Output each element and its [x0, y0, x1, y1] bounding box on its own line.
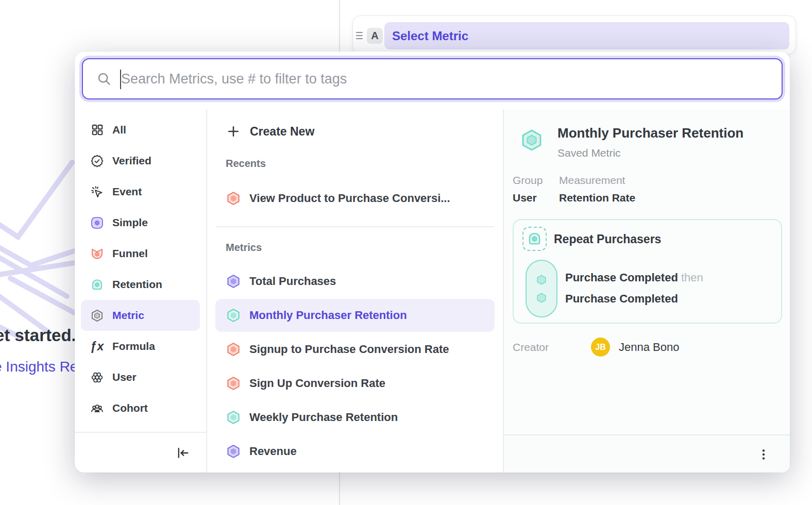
metric-item-weekly-purchase-retention[interactable]: Weekly Purchase Retention — [215, 401, 495, 434]
cursor-click-icon — [90, 185, 104, 199]
sidebar-item-user[interactable]: User — [81, 362, 200, 393]
search-icon — [96, 71, 112, 87]
step-connector: then — [681, 271, 703, 284]
metric-definition-card: Repeat Purchasers Purchase Completed the… — [513, 219, 782, 324]
metric-item-total-purchases[interactable]: Total Purchases — [215, 265, 495, 298]
cohort-icon — [90, 401, 104, 415]
metric-item-monthly-purchaser-retention[interactable]: Monthly Purchaser Retention — [215, 299, 495, 332]
metrics-section-label: Metrics — [226, 242, 495, 254]
create-new-button[interactable]: Create New — [215, 120, 495, 143]
recent-metric-item[interactable]: View Product to Purchase Conversi... — [215, 182, 495, 215]
creator-label: Creator — [513, 341, 591, 354]
more-options-button[interactable] — [754, 445, 773, 464]
search-bar — [82, 58, 783, 99]
type-filter-sidebar: All Verified — [75, 109, 206, 473]
sidebar-item-all[interactable]: All — [81, 114, 200, 145]
metric-item-label: Monthly Purchaser Retention — [249, 309, 407, 322]
behavior-name: Repeat Purchasers — [554, 232, 661, 246]
retention-behavior-icon — [527, 231, 543, 247]
measurement-label: Measurement — [559, 174, 635, 187]
simple-metric-icon — [90, 216, 104, 230]
metric-query-row: A Select Metric — [352, 15, 796, 55]
sidebar-item-retention[interactable]: Retention — [81, 269, 200, 300]
metric-item-sign-up-conversion-rate[interactable]: Sign Up Conversion Rate — [215, 367, 495, 400]
detail-title: Monthly Purchaser Retention — [557, 125, 743, 141]
verified-badge-icon — [90, 154, 104, 168]
group-label: Group — [513, 174, 547, 187]
metric-item-label: Weekly Purchase Retention — [249, 411, 398, 424]
definition-step-2: Purchase Completed — [565, 292, 678, 306]
metric-list-panel: Create New Recents View Product to Purch… — [206, 109, 504, 473]
collapse-sidebar-button[interactable] — [174, 444, 192, 462]
group-value: User — [513, 192, 547, 204]
retention-metric-icon — [90, 278, 104, 292]
metric-item-label: View Product to Purchase Conversi... — [249, 192, 450, 205]
detail-meta: Group User Measurement Retention Rate — [513, 174, 635, 204]
purple-hexagon-icon — [226, 274, 241, 289]
search-input[interactable] — [121, 71, 768, 87]
metric-item-label: Total Purchases — [249, 275, 336, 288]
saved-metric-icon — [90, 309, 104, 323]
group-column: Group User — [513, 174, 547, 204]
plus-icon — [226, 124, 241, 139]
metric-item-label: Revenue — [249, 445, 297, 458]
text-cursor — [120, 70, 121, 89]
metric-item-revenue[interactable]: Revenue — [215, 435, 495, 468]
sidebar-item-funnel[interactable]: Funnel — [81, 238, 200, 269]
sidebar-item-label: Cohort — [112, 402, 148, 414]
detail-footer — [504, 434, 790, 473]
sidebar-item-verified[interactable]: Verified — [81, 145, 200, 176]
teal-hexagon-icon — [226, 308, 241, 323]
sidebar-item-simple[interactable]: Simple — [81, 207, 200, 238]
avatar: JB — [591, 338, 610, 357]
sidebar-item-label: Event — [112, 186, 142, 198]
sidebar-footer — [75, 432, 206, 473]
collapse-icon — [176, 446, 190, 460]
section-divider — [216, 226, 494, 227]
sidebar-item-label: Funnel — [112, 247, 148, 260]
sidebar-item-label: Simple — [112, 216, 148, 229]
coral-hexagon-icon — [226, 191, 241, 206]
sidebar-item-label: Formula — [112, 340, 155, 352]
definition-step-1: Purchase Completed then — [565, 271, 703, 284]
event-hexagon-icon — [536, 292, 547, 304]
detail-subtitle: Saved Metric — [557, 147, 621, 159]
event-sequence-capsule — [526, 260, 557, 317]
purple-hexagon-icon — [226, 444, 241, 459]
user-profile-icon — [90, 371, 104, 384]
funnel-metric-icon — [90, 247, 104, 261]
metric-item-label: Sign Up Conversion Rate — [249, 377, 385, 390]
sidebar-item-label: All — [112, 124, 126, 136]
sidebar-item-cohort[interactable]: Cohort — [81, 393, 200, 424]
sidebar-item-label: User — [112, 371, 137, 383]
sidebar-item-metric[interactable]: Metric — [81, 300, 200, 331]
metric-detail-panel: Monthly Purchaser Retention Saved Metric… — [504, 109, 790, 473]
create-new-label: Create New — [250, 125, 314, 139]
event-hexagon-icon — [536, 274, 547, 285]
creator-name: Jenna Bono — [619, 341, 679, 354]
coral-hexagon-icon — [226, 376, 241, 391]
measurement-column: Measurement Retention Rate — [559, 174, 635, 204]
background-link-partial[interactable]: e Insights Re — [0, 359, 78, 375]
sidebar-item-event[interactable]: Event — [81, 176, 200, 207]
creator-row: Creator JB Jenna Bono — [513, 338, 679, 357]
metric-selector-modal: All Verified — [75, 52, 790, 473]
grid-icon — [90, 123, 104, 137]
teal-hexagon-icon — [226, 410, 241, 425]
kebab-menu-icon — [757, 448, 770, 461]
formula-icon: ƒx — [90, 340, 104, 354]
sidebar-item-label: Metric — [112, 309, 144, 322]
measurement-value: Retention Rate — [559, 192, 635, 204]
background-heading-partial: et started. — [0, 326, 76, 345]
recents-section-label: Recents — [226, 158, 495, 170]
screen: et started. e Insights Re A Select Metri… — [0, 0, 812, 505]
metric-item-label: Signup to Purchase Conversion Rate — [249, 343, 449, 356]
metric-letter-badge[interactable]: A — [367, 28, 383, 44]
behavior-icon-frame — [522, 227, 547, 251]
sidebar-item-label: Verified — [112, 155, 151, 167]
drag-handle-icon[interactable] — [356, 30, 364, 41]
select-metric-button[interactable]: Select Metric — [384, 22, 789, 49]
metric-item-signup-to-purchase-conversion-rate[interactable]: Signup to Purchase Conversion Rate — [215, 333, 495, 366]
sidebar-item-label: Retention — [112, 278, 162, 291]
sidebar-item-formula[interactable]: ƒx Formula — [81, 331, 200, 362]
